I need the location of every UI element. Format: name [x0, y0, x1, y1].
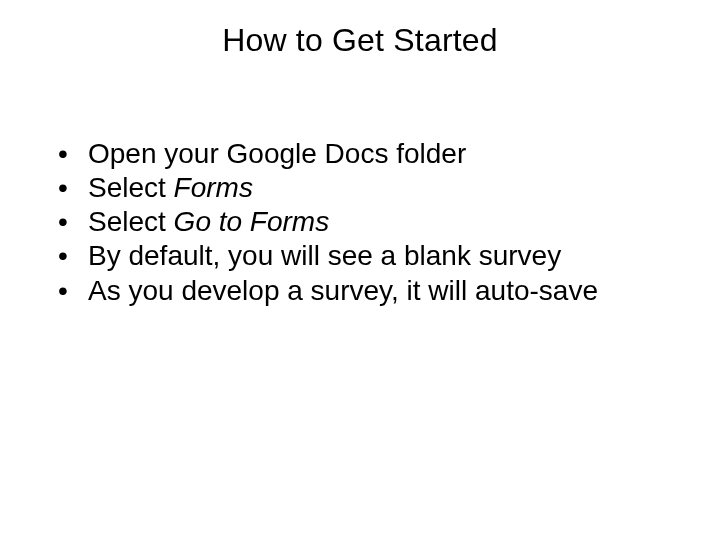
- bullet-pre: Select: [88, 206, 174, 237]
- bullet-em: Go to Forms: [174, 206, 330, 237]
- bullet-pre: By default, you will see a blank survey: [88, 240, 561, 271]
- bullet-pre: As you develop a survey, it will auto-sa…: [88, 275, 598, 306]
- list-item: Select Forms: [58, 171, 680, 205]
- slide-title: How to Get Started: [40, 22, 680, 59]
- list-item: As you develop a survey, it will auto-sa…: [58, 274, 680, 308]
- list-item: Open your Google Docs folder: [58, 137, 680, 171]
- list-item: Select Go to Forms: [58, 205, 680, 239]
- bullet-em: Forms: [174, 172, 253, 203]
- bullet-pre: Select: [88, 172, 174, 203]
- bullet-pre: Open your Google Docs folder: [88, 138, 466, 169]
- list-item: By default, you will see a blank survey: [58, 239, 680, 273]
- bullet-list: Open your Google Docs folder Select Form…: [40, 137, 680, 308]
